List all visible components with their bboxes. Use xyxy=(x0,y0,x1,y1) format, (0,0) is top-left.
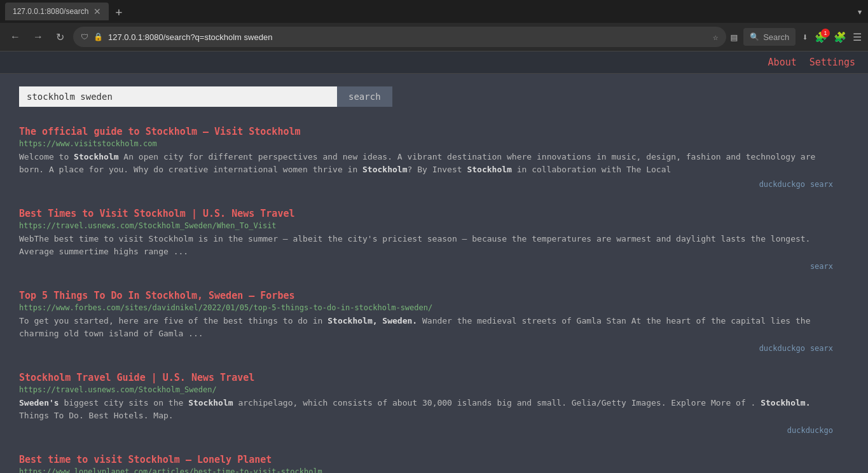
address-text: 127.0.0.1:8080/search?q=stockholm sweden xyxy=(108,32,708,42)
source-link[interactable]: searx xyxy=(810,262,833,271)
settings-link[interactable]: Settings xyxy=(809,57,855,68)
url-path: 8080/search?q=stockholm sweden xyxy=(145,32,273,42)
result-snippet: Sweden's biggest city sits on the Stockh… xyxy=(19,397,833,422)
result-title[interactable]: Stockholm Travel Guide | U.S. News Trave… xyxy=(19,372,833,383)
result-url: https://www.lonelyplanet.com/articles/be… xyxy=(19,467,833,473)
source-link[interactable]: searx xyxy=(810,344,833,353)
browser-chrome: 127.0.0.1:8080/search ✕ + ▾ ← → ↻ 🛡 🔒 12… xyxy=(0,0,868,51)
forward-button[interactable]: → xyxy=(29,29,47,45)
new-tab-button[interactable]: + xyxy=(111,5,126,18)
address-bar[interactable]: 🛡 🔒 127.0.0.1:8080/search?q=stockholm sw… xyxy=(73,27,726,47)
result-url: https://www.forbes.com/sites/davidnikel/… xyxy=(19,303,833,312)
active-tab[interactable]: 127.0.0.1:8080/search ✕ xyxy=(5,3,109,20)
menu-button[interactable]: ☰ xyxy=(853,31,862,43)
reader-mode-button[interactable]: ▤ xyxy=(731,31,738,43)
tab-dropdown-button[interactable]: ▾ xyxy=(857,6,863,18)
search-area: search xyxy=(0,74,868,120)
result-url: https://www.visitstockholm.com xyxy=(19,139,833,148)
source-link[interactable]: searx xyxy=(810,180,833,189)
search-input[interactable] xyxy=(19,86,337,107)
nav-right-icons: ▤ 🔍 Search ⬇ 🧩 1 🧩 ☰ xyxy=(731,28,862,46)
result-title[interactable]: The official guide to Stockholm – Visit … xyxy=(19,126,833,137)
lock-icon: 🔒 xyxy=(93,32,103,41)
result-snippet: Welcome to Stockholm An open city for di… xyxy=(19,151,833,175)
tab-bar: 127.0.0.1:8080/search ✕ + ▾ xyxy=(0,0,868,23)
tab-title: 127.0.0.1:8080/search xyxy=(13,7,88,16)
result-item: Top 5 Things To Do In Stockholm, Sweden … xyxy=(19,290,833,353)
result-url: https://travel.usnews.com/Stockholm_Swed… xyxy=(19,385,833,394)
result-title[interactable]: Top 5 Things To Do In Stockholm, Sweden … xyxy=(19,290,833,301)
search-button[interactable]: search xyxy=(337,86,392,107)
source-link[interactable]: duckduckgo xyxy=(759,344,805,353)
nav-bar: ← → ↻ 🛡 🔒 127.0.0.1:8080/search?q=stockh… xyxy=(0,23,868,51)
source-link[interactable]: duckduckgo xyxy=(759,180,805,189)
result-sources: searx xyxy=(19,261,833,271)
result-snippet: To get you started, here are five of the… xyxy=(19,315,833,339)
result-snippet: WebThe best time to visit Stockholm is i… xyxy=(19,233,833,257)
shield-icon: 🛡 xyxy=(81,32,88,41)
result-item: Stockholm Travel Guide | U.S. News Trave… xyxy=(19,372,833,435)
result-item: Best Times to Visit Stockholm | U.S. New… xyxy=(19,208,833,271)
result-item: The official guide to Stockholm – Visit … xyxy=(19,126,833,189)
app-header: About Settings xyxy=(0,51,868,74)
search-icon: 🔍 xyxy=(750,32,759,41)
result-sources: duckduckgosearx xyxy=(19,343,833,353)
tab-close-button[interactable]: ✕ xyxy=(93,6,101,17)
url-host: 127.0.0.1: xyxy=(108,32,145,42)
extension-button[interactable]: 🧩 1 xyxy=(815,31,827,43)
result-sources: duckduckgosearx xyxy=(19,179,833,189)
result-title[interactable]: Best time to visit Stockholm – Lonely Pl… xyxy=(19,454,833,465)
result-sources: duckduckgo xyxy=(19,425,833,435)
result-url: https://travel.usnews.com/Stockholm_Swed… xyxy=(19,221,833,230)
reload-button[interactable]: ↻ xyxy=(52,29,68,46)
browser-search-label: Search xyxy=(763,32,789,42)
browser-search-box[interactable]: 🔍 Search xyxy=(743,28,796,46)
back-button[interactable]: ← xyxy=(6,29,24,45)
source-link[interactable]: duckduckgo xyxy=(787,426,833,435)
bookmark-button[interactable]: ☆ xyxy=(713,32,718,42)
results-container: The official guide to Stockholm – Visit … xyxy=(0,120,868,473)
about-link[interactable]: About xyxy=(768,57,797,68)
result-item: Best time to visit Stockholm – Lonely Pl… xyxy=(19,454,833,473)
puzzle-button[interactable]: 🧩 xyxy=(834,31,846,43)
download-button[interactable]: ⬇ xyxy=(802,31,808,43)
search-form: search xyxy=(19,86,849,107)
result-title[interactable]: Best Times to Visit Stockholm | U.S. New… xyxy=(19,208,833,219)
extension-badge: 1 xyxy=(821,29,830,38)
